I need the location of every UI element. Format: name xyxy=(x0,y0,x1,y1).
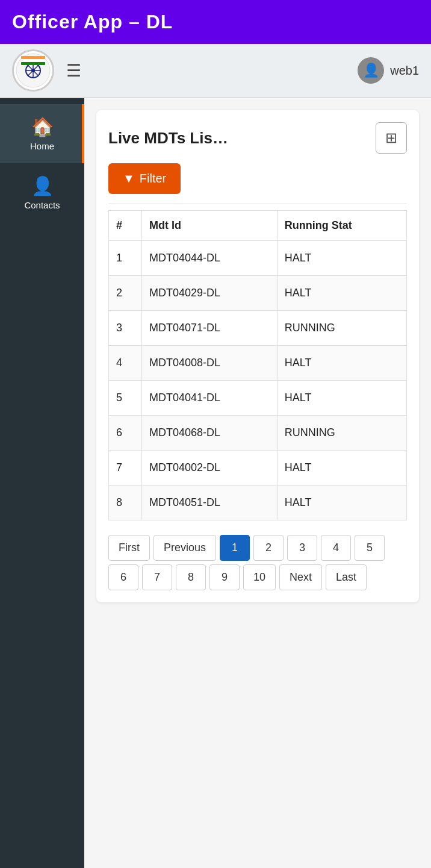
row-num: 1 xyxy=(109,241,142,276)
page-button-4[interactable]: 4 xyxy=(321,535,351,561)
card-title: Live MDTs Lis… xyxy=(108,129,228,148)
table-row[interactable]: 6 MDT04068-DL RUNNING xyxy=(109,416,407,451)
page-button-6[interactable]: 6 xyxy=(108,564,138,590)
contacts-icon: 👤 xyxy=(31,175,54,196)
row-num: 2 xyxy=(109,276,142,311)
sidebar: 🏠 Home 👤 Contacts xyxy=(0,98,84,868)
filter-label: Filter xyxy=(140,172,166,186)
page-button-10[interactable]: 10 xyxy=(243,564,276,590)
col-mdt-id: Mdt Id xyxy=(142,211,278,241)
app-logo xyxy=(12,49,54,92)
svg-rect-7 xyxy=(21,56,45,59)
filter-button[interactable]: ▼ Filter xyxy=(108,163,181,194)
row-mdt-id: MDT04044-DL xyxy=(142,241,278,276)
row-num: 4 xyxy=(109,346,142,381)
row-status: RUNNING xyxy=(277,311,406,346)
home-icon: 🏠 xyxy=(31,116,54,137)
row-mdt-id: MDT04002-DL xyxy=(142,451,278,486)
username-label: web1 xyxy=(390,64,419,78)
page-button-1[interactable]: 1 xyxy=(220,535,250,561)
pagination: FirstPrevious12345678910NextLast xyxy=(108,535,407,590)
row-num: 7 xyxy=(109,451,142,486)
page-button-3[interactable]: 3 xyxy=(287,535,317,561)
content-area: Live MDTs Lis… ⊞ ▼ Filter # Mdt Id Runni… xyxy=(84,98,431,868)
table-row[interactable]: 8 MDT04051-DL HALT xyxy=(109,486,407,520)
col-running-status: Running Stat xyxy=(277,211,406,241)
sidebar-label-home: Home xyxy=(30,141,54,151)
page-button-last[interactable]: Last xyxy=(326,564,367,590)
row-num: 3 xyxy=(109,311,142,346)
row-num: 8 xyxy=(109,486,142,520)
row-mdt-id: MDT04041-DL xyxy=(142,381,278,416)
svg-rect-8 xyxy=(21,59,45,62)
row-status: HALT xyxy=(277,486,406,520)
page-button-9[interactable]: 9 xyxy=(209,564,240,590)
sidebar-item-contacts[interactable]: 👤 Contacts xyxy=(0,163,84,222)
page-button-2[interactable]: 2 xyxy=(253,535,284,561)
row-status: HALT xyxy=(277,346,406,381)
hamburger-menu[interactable]: ☰ xyxy=(66,61,81,81)
table-header-row: # Mdt Id Running Stat xyxy=(109,211,407,241)
row-status: HALT xyxy=(277,241,406,276)
mdt-table: # Mdt Id Running Stat 1 MDT04044-DL HALT… xyxy=(108,210,407,520)
row-mdt-id: MDT04068-DL xyxy=(142,416,278,451)
col-number: # xyxy=(109,211,142,241)
row-status: HALT xyxy=(277,381,406,416)
filter-icon: ▼ xyxy=(123,172,135,186)
row-status: RUNNING xyxy=(277,416,406,451)
nav-bar: ☰ 👤 web1 xyxy=(0,44,431,98)
page-button-first[interactable]: First xyxy=(108,535,150,561)
app-title: Officer App – DL xyxy=(12,11,173,33)
page-button-next[interactable]: Next xyxy=(279,564,322,590)
card-header: Live MDTs Lis… ⊞ xyxy=(108,122,407,154)
grid-view-button[interactable]: ⊞ xyxy=(376,122,407,154)
page-button-previous[interactable]: Previous xyxy=(153,535,216,561)
page-button-7[interactable]: 7 xyxy=(142,564,172,590)
app-header: Officer App – DL xyxy=(0,0,431,44)
user-avatar: 👤 xyxy=(358,57,384,84)
main-layout: 🏠 Home 👤 Contacts Live MDTs Lis… ⊞ ▼ Fil… xyxy=(0,98,431,868)
table-row[interactable]: 1 MDT04044-DL HALT xyxy=(109,241,407,276)
table-row[interactable]: 2 MDT04029-DL HALT xyxy=(109,276,407,311)
page-button-5[interactable]: 5 xyxy=(355,535,385,561)
nav-user: 👤 web1 xyxy=(358,57,419,84)
row-mdt-id: MDT04071-DL xyxy=(142,311,278,346)
table-row[interactable]: 3 MDT04071-DL RUNNING xyxy=(109,311,407,346)
row-mdt-id: MDT04029-DL xyxy=(142,276,278,311)
divider xyxy=(108,204,407,204)
svg-rect-9 xyxy=(21,62,45,65)
sidebar-item-home[interactable]: 🏠 Home xyxy=(0,104,84,163)
grid-icon: ⊞ xyxy=(385,130,397,146)
page-button-8[interactable]: 8 xyxy=(176,564,206,590)
main-card: Live MDTs Lis… ⊞ ▼ Filter # Mdt Id Runni… xyxy=(96,110,419,602)
table-row[interactable]: 5 MDT04041-DL HALT xyxy=(109,381,407,416)
row-num: 5 xyxy=(109,381,142,416)
row-mdt-id: MDT04051-DL xyxy=(142,486,278,520)
row-mdt-id: MDT04008-DL xyxy=(142,346,278,381)
row-status: HALT xyxy=(277,451,406,486)
sidebar-label-contacts: Contacts xyxy=(24,200,60,210)
row-status: HALT xyxy=(277,276,406,311)
table-row[interactable]: 4 MDT04008-DL HALT xyxy=(109,346,407,381)
row-num: 6 xyxy=(109,416,142,451)
table-row[interactable]: 7 MDT04002-DL HALT xyxy=(109,451,407,486)
